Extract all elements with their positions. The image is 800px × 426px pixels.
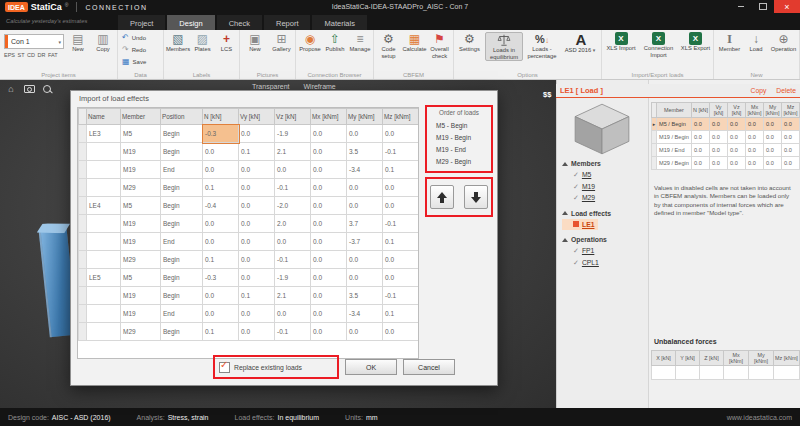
order-item[interactable]: M19 - End (436, 144, 491, 156)
propose-button[interactable]: ◉ Propose (298, 32, 322, 53)
cell[interactable] (724, 366, 749, 380)
cell[interactable]: 0.0 (311, 161, 347, 179)
column-header[interactable]: Vz [kN] (275, 109, 311, 125)
replace-loads-checkbox[interactable]: ✓ (219, 362, 230, 373)
table-row[interactable]: M19Begin0.00.02.00.03.7-0.1 (79, 215, 419, 233)
zoom-button[interactable] (40, 82, 54, 95)
cell[interactable] (774, 366, 800, 380)
home-view-button[interactable]: ⌂ (4, 82, 18, 95)
cell[interactable]: 0.1 (383, 161, 419, 179)
cell[interactable]: LE5 (87, 269, 121, 287)
cell[interactable]: 0.0 (692, 157, 710, 170)
cell[interactable]: End (161, 305, 203, 323)
cell[interactable]: -0.1 (383, 287, 419, 305)
column-header[interactable]: Vy [kN] (239, 109, 275, 125)
copy-button[interactable]: Copy (750, 87, 766, 94)
cell[interactable]: M29 (121, 179, 161, 197)
table-row[interactable]: M19Begin0.00.12.10.03.5-0.1 (79, 143, 419, 161)
table-row[interactable]: M29 / Begin0.00.00.00.00.00.0 (652, 157, 800, 170)
cell[interactable]: 0.0 (239, 233, 275, 251)
cell[interactable]: 0.0 (782, 144, 800, 157)
cell[interactable]: Begin (161, 323, 203, 341)
cell[interactable]: LE4 (87, 197, 121, 215)
column-header[interactable]: Mz [kNm] (774, 351, 800, 366)
cell[interactable]: M29 / Begin (657, 157, 692, 170)
cell[interactable]: 0.0 (383, 197, 419, 215)
cell[interactable]: 0.0 (203, 305, 239, 323)
cell[interactable]: 0.0 (203, 161, 239, 179)
cell[interactable]: 0.0 (692, 131, 710, 144)
column-header[interactable]: Y [kN] (676, 351, 700, 366)
cell[interactable]: -1.9 (275, 125, 311, 143)
column-header[interactable]: My [kNm] (749, 351, 774, 366)
cell[interactable]: -0.1 (275, 323, 311, 341)
cell[interactable]: 0.0 (311, 323, 347, 341)
cell[interactable]: 0.0 (347, 125, 383, 143)
cell[interactable]: 0.0 (710, 157, 728, 170)
cell[interactable]: Begin (161, 215, 203, 233)
cell[interactable]: 0.0 (728, 144, 746, 157)
column-header[interactable]: Z [kN] (700, 351, 724, 366)
quick-cd[interactable]: CD (27, 52, 35, 58)
cell[interactable]: 3.7 (347, 215, 383, 233)
cell[interactable]: 0.0 (710, 144, 728, 157)
column-header[interactable]: Vz [kN] (728, 103, 746, 118)
tree-item-m29[interactable]: ✓ M29 (562, 192, 646, 204)
cell[interactable]: Begin (161, 269, 203, 287)
project-item-selector[interactable]: Con 1 ▾ (4, 34, 64, 49)
cell[interactable]: -2.0 (275, 197, 311, 215)
ok-button[interactable]: OK (345, 359, 397, 375)
delete-button[interactable]: Delete (776, 87, 796, 94)
column-header[interactable]: Vy [kN] (710, 103, 728, 118)
cell[interactable]: 0.0 (746, 131, 764, 144)
cell[interactable]: 0.0 (347, 197, 383, 215)
cell[interactable]: End (161, 233, 203, 251)
cell[interactable]: 0.0 (782, 118, 800, 131)
cell[interactable]: 0.0 (383, 269, 419, 287)
cell[interactable]: 0.0 (275, 161, 311, 179)
cell[interactable]: Begin (161, 197, 203, 215)
cell[interactable]: 0.0 (347, 269, 383, 287)
cell[interactable]: 0.0 (239, 125, 275, 143)
cell[interactable]: 0.0 (764, 144, 782, 157)
table-row[interactable]: M19End0.00.00.00.0-3.40.1 (79, 305, 419, 323)
tab-design[interactable]: Design (167, 15, 214, 30)
cell[interactable] (676, 366, 700, 380)
view-mode-transparent[interactable]: Transparent (252, 83, 289, 90)
cell[interactable]: M19 (121, 161, 161, 179)
cell[interactable]: M5 (121, 269, 161, 287)
cell[interactable]: End (161, 161, 203, 179)
table-row[interactable]: ▸M5 / Begin0.00.00.00.00.00.0 (652, 118, 800, 131)
cell[interactable]: -0.1 (275, 179, 311, 197)
cell[interactable]: 0.0 (311, 287, 347, 305)
table-row[interactable]: M29Begin0.10.0-0.10.00.00.0 (79, 323, 419, 341)
cell[interactable] (652, 366, 676, 380)
table-row[interactable]: M19 / Begin0.00.00.00.00.00.0 (652, 131, 800, 144)
cell[interactable]: M5 (121, 197, 161, 215)
tree-section-members[interactable]: Members (562, 158, 646, 169)
cell[interactable]: -0.3 (203, 125, 239, 143)
cell[interactable]: -0.1 (383, 215, 419, 233)
cell[interactable]: -1.9 (275, 269, 311, 287)
loads-percentage-button[interactable]: %↓ Loads - percentage (524, 32, 560, 59)
column-header[interactable]: My [kNm] (764, 103, 782, 118)
column-header[interactable]: Mz [kNm] (383, 109, 419, 125)
table-row[interactable]: LE3M5Begin-0.30.0-1.90.00.00.0 (79, 125, 419, 143)
cell[interactable]: 0.0 (203, 233, 239, 251)
tree-item-m19[interactable]: ✓ M19 (562, 181, 646, 193)
cell[interactable]: 0.0 (203, 215, 239, 233)
cell[interactable]: 0.0 (764, 118, 782, 131)
column-header[interactable]: Member (657, 103, 692, 118)
cell[interactable]: 0.0 (710, 118, 728, 131)
cell[interactable]: 0.0 (239, 215, 275, 233)
cell[interactable]: 0.1 (383, 305, 419, 323)
design-code-button[interactable]: A ASD 2016 ▾ (563, 32, 599, 54)
cell[interactable]: LE3 (87, 125, 121, 143)
cell[interactable]: -3.4 (347, 305, 383, 323)
save-button[interactable]: ▦ Save (122, 57, 146, 66)
minimize-button[interactable] (730, 0, 752, 13)
cell[interactable]: M19 (121, 287, 161, 305)
cell[interactable]: 0.1 (383, 233, 419, 251)
cell[interactable]: -0.3 (203, 269, 239, 287)
labels-plates-button[interactable]: ▨ Plates (191, 32, 214, 53)
